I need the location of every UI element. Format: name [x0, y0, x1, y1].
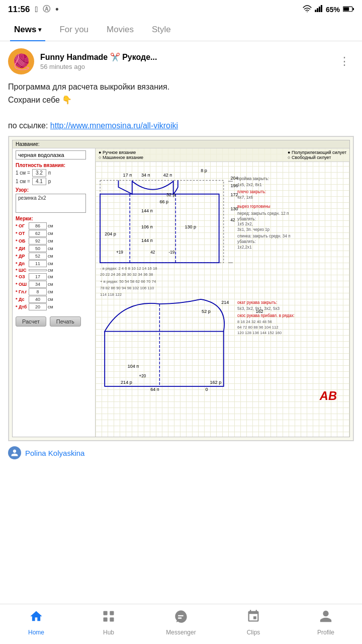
radio-machine: ○ Машинное вязание [99, 155, 143, 160]
tab-foryou[interactable]: For you [50, 19, 98, 41]
home-icon [29, 609, 43, 627]
svg-text:8 р: 8 р [201, 168, 207, 173]
liked-by-row: Polina Kolyaskina [0, 441, 362, 462]
pattern-type-label: Узор: [16, 187, 92, 193]
calculate-button[interactable]: Расчет [16, 316, 46, 327]
svg-text:1х5 2х2,: 1х5 2х2, [237, 222, 253, 227]
hub-icon [102, 609, 116, 627]
svg-text:106 п: 106 п [141, 224, 153, 229]
author-info: Funny Handmade ✂️ Рукоде... 56 minutes a… [40, 52, 335, 70]
nav-messenger[interactable]: Messenger [145, 609, 217, 636]
svg-text:104 п: 104 п [128, 364, 139, 369]
measurements-header: Мерки: [16, 216, 92, 221]
svg-rect-70 [110, 617, 114, 621]
svg-text:214 р: 214 р [121, 380, 132, 385]
svg-text:64  72  80  88  96 104 112: 64 72 80 88 96 104 112 [237, 326, 279, 330]
radio-free: ○ Свободный силует [288, 155, 346, 160]
meas-oz: * ОЗ17см [16, 273, 92, 280]
meas-ds: * Дс40см [16, 296, 92, 303]
svg-rect-1 [315, 10, 316, 12]
svg-text:спинка: закрыть средн. 34 п: спинка: закрыть средн. 34 п [237, 234, 291, 239]
svg-text:перед: закрыть средн. 12 п: перед: закрыть средн. 12 п [237, 211, 289, 216]
svg-text:120 128 136 144 152 160: 120 128 136 144 152 160 [237, 331, 282, 335]
post-link[interactable]: http://www.mnemosina.ru/all-vikroiki [50, 121, 178, 130]
svg-text:1х2,2х1: 1х2,2х1 [237, 245, 252, 250]
svg-text:42 п: 42 п [163, 173, 172, 178]
tab-news[interactable]: News ▾ [5, 19, 50, 41]
post-time: 56 minutes ago [40, 63, 335, 70]
meas-di: * ДИ50см [16, 245, 92, 252]
pattern-calculator: Название: черная водолазка Плотность вяз… [9, 136, 353, 441]
meas-ob: * ОБ92см [16, 237, 92, 245]
pattern-left-panel: черная водолазка Плотность вязания: 1 см… [13, 148, 96, 437]
svg-rect-7 [343, 7, 349, 11]
post: 🧶 Funny Handmade ✂️ Рукоде... 56 minutes… [0, 41, 362, 441]
svg-text:214: 214 [221, 300, 229, 305]
post-text: Программа для расчета выкройки вязания. … [8, 80, 354, 132]
svg-rect-68 [110, 611, 114, 615]
avatar: 🧶 [8, 48, 34, 74]
svg-rect-3 [319, 7, 320, 12]
svg-text:- в рядах: 2   4   6   8  10  : - в рядах: 2 4 6 8 10 12 14 16 18 [100, 266, 157, 271]
svg-text:130 р: 130 р [185, 224, 196, 229]
nav-hub[interactable]: Hub [72, 609, 145, 636]
battery-level: 65% [326, 6, 340, 14]
svg-text:5х3, 3х2,  9х1, 3х2, 5х3: 5х3, 3х2, 9х1, 3х2, 5х3 [237, 306, 280, 311]
svg-text:66 р: 66 р [159, 199, 168, 204]
svg-text:+19: +19 [116, 250, 123, 255]
facebook-icon:  [35, 5, 38, 14]
svg-text:+20: +20 [139, 374, 146, 378]
svg-text:убавлять:: убавлять: [237, 217, 256, 221]
svg-text:плечо закрыть:: плечо закрыть: [237, 190, 266, 194]
svg-text:34 п: 34 п [141, 173, 150, 178]
meas-ot: * ОТ62см [16, 230, 92, 237]
svg-text:3х1, 3п. через 1р: 3х1, 3п. через 1р [237, 228, 270, 232]
svg-rect-2 [317, 8, 318, 12]
svg-text:144 п: 144 п [141, 238, 153, 244]
svg-text:162 р: 162 р [210, 380, 221, 385]
liked-by-name: Polina Kolyaskina [25, 449, 84, 457]
svg-text:-19: -19 [169, 250, 175, 255]
liked-by-avatar [8, 446, 21, 459]
meas-osh: * ОШ34см [16, 281, 92, 288]
svg-text:64 п: 64 п [150, 387, 159, 392]
pattern-name-box: черная водолазка [16, 150, 86, 159]
meas-dp: * Дп11см [16, 260, 92, 267]
tab-movies[interactable]: Movies [98, 19, 143, 41]
svg-text:42: 42 [150, 250, 155, 255]
battery-icon [343, 6, 354, 14]
svg-text:114 118 122: 114 118 122 [100, 292, 122, 297]
density-row2: 1 см = 4.1 р [16, 178, 92, 185]
profile-icon [319, 609, 333, 627]
svg-text:окат рукава закрыть:: окат рукава закрыть: [237, 300, 277, 305]
svg-rect-6 [353, 8, 354, 10]
tab-style[interactable]: Style [143, 19, 180, 41]
nav-clips-label: Clips [247, 629, 260, 636]
meas-og: * ОГ86см [16, 222, 92, 229]
svg-text:42: 42 [230, 218, 235, 223]
nav-profile[interactable]: Profile [290, 609, 362, 636]
svg-text:0: 0 [205, 387, 208, 392]
wifi-icon [303, 5, 312, 14]
radio-manual: ● Ручное вязание [99, 150, 143, 155]
svg-text:пройма закрыть:: пройма закрыть: [237, 177, 269, 182]
nav-clips[interactable]: Clips [217, 609, 290, 636]
print-button[interactable]: Печать [50, 316, 81, 327]
nav-messenger-label: Messenger [166, 629, 196, 636]
dot-indicator: • [55, 4, 58, 15]
messenger-icon [174, 609, 188, 627]
density-label: Плотность вязания: [16, 163, 92, 168]
radio-options-row: ● Ручное вязание ○ Машинное вязание ● По… [96, 148, 349, 162]
more-options-button[interactable]: ⋮ [335, 53, 354, 70]
svg-text:АВ: АВ [319, 390, 337, 403]
meas-glg: * Гл.г8см [16, 288, 92, 295]
svg-text:убавлять:: убавлять: [237, 239, 256, 244]
svg-text:204 р: 204 р [105, 231, 116, 236]
nav-home[interactable]: Home [0, 609, 72, 636]
meas-shs: * ШСсм [16, 268, 92, 273]
bottom-nav: Home Hub Messenger Clips Profile [0, 604, 362, 644]
nav-hub-label: Hub [103, 629, 114, 636]
svg-text:17 п: 17 п [123, 173, 132, 178]
svg-rect-4 [321, 5, 322, 12]
pattern-title-row: Название: [13, 140, 349, 148]
